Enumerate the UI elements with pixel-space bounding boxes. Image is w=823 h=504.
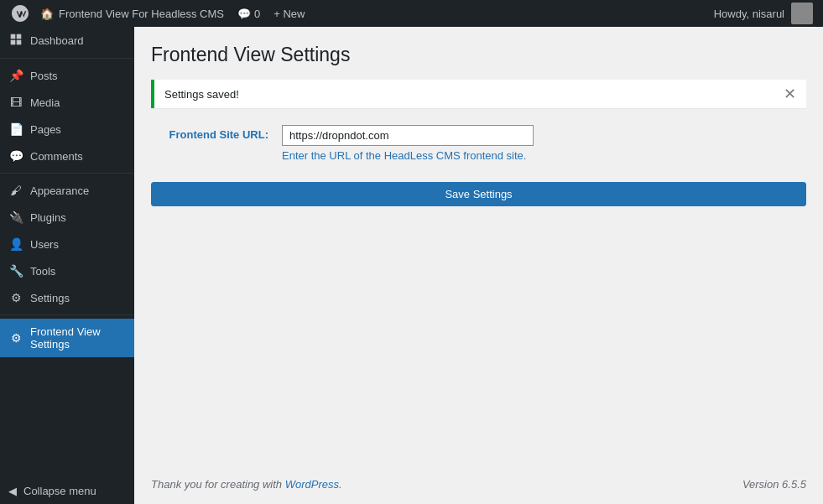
sidebar-item-label: Plugins (30, 211, 66, 224)
version-text: Version 6.5.5 (742, 478, 806, 491)
adminbar-comments[interactable]: 💬 0 (231, 8, 267, 20)
sidebar-item-frontend-view[interactable]: ⚙ Frontend View Settings (0, 319, 134, 357)
url-label: Frontend Site URL: (151, 125, 268, 141)
sidebar-item-label: Appearance (30, 184, 89, 197)
comments-icon: 💬 (237, 8, 251, 20)
comments-count: 0 (254, 8, 260, 20)
sidebar-item-media[interactable]: 🎞 Media (0, 89, 134, 116)
sidebar-item-label: Posts (30, 70, 58, 82)
settings-form: Frontend Site URL: Enter the URL of the … (151, 125, 806, 169)
sidebar-item-label: Settings (30, 292, 70, 304)
url-description: Enter the URL of the HeadLess CMS fronte… (282, 149, 534, 162)
svg-rect-1 (17, 34, 22, 39)
frontend-view-icon: ⚙ (8, 331, 23, 345)
sidebar-item-settings[interactable]: ⚙ Settings (0, 284, 134, 311)
sidebar-item-label: Frontend View Settings (30, 325, 126, 351)
main-layout: Dashboard 📌 Posts 🎞 Media 📄 Pages 💬 Comm… (0, 27, 823, 504)
sidebar-item-appearance[interactable]: 🖌 Appearance (0, 177, 134, 204)
wp-logo[interactable] (7, 0, 34, 27)
svg-rect-3 (17, 40, 22, 45)
page-title: Frontend View Settings (151, 44, 806, 66)
sidebar-item-pages[interactable]: 📄 Pages (0, 116, 134, 143)
sidebar-collapse[interactable]: ◀ Collapse menu (0, 478, 134, 504)
appearance-icon: 🖌 (8, 184, 23, 197)
posts-icon: 📌 (8, 69, 23, 82)
notice-success: Settings saved! ✕ (151, 80, 806, 108)
tools-icon: 🔧 (8, 264, 23, 278)
sidebar-item-plugins[interactable]: 🔌 Plugins (0, 204, 134, 231)
collapse-icon: ◀ (8, 485, 17, 497)
sidebar: Dashboard 📌 Posts 🎞 Media 📄 Pages 💬 Comm… (0, 27, 134, 504)
settings-icon: ⚙ (8, 291, 23, 304)
adminbar-new[interactable]: + New (267, 8, 311, 20)
frontend-url-input[interactable] (282, 125, 534, 146)
sidebar-item-label: Users (30, 238, 59, 251)
home-icon: 🏠 (40, 8, 54, 20)
plugins-icon: 🔌 (8, 210, 23, 224)
form-row-url: Frontend Site URL: Enter the URL of the … (151, 125, 806, 162)
new-label: + New (273, 8, 305, 20)
users-icon: 👤 (8, 237, 23, 251)
adminbar-right: Howdy, nisarul (714, 3, 816, 24)
pages-icon: 📄 (8, 122, 23, 136)
dashboard-icon (8, 34, 23, 48)
comments-icon: 💬 (8, 149, 23, 163)
media-icon: 🎞 (8, 96, 23, 109)
user-avatar[interactable] (791, 3, 813, 24)
svg-rect-2 (11, 40, 16, 45)
thank-you-text: Thank you for creating with (151, 478, 285, 491)
adminbar-site-name: Frontend View For Headless CMS (59, 8, 224, 20)
adminbar-site-link[interactable]: 🏠 Frontend View For Headless CMS (34, 8, 231, 20)
content-footer: Thank you for creating with WordPress. V… (151, 465, 806, 504)
sidebar-item-label: Tools (30, 265, 55, 278)
sidebar-item-comments[interactable]: 💬 Comments (0, 143, 134, 169)
sidebar-item-label: Media (30, 96, 60, 109)
sidebar-item-label: Dashboard (30, 34, 84, 47)
admin-bar: 🏠 Frontend View For Headless CMS 💬 0 + N… (0, 0, 823, 27)
sidebar-item-dashboard[interactable]: Dashboard (0, 27, 134, 55)
url-field-wrap: Enter the URL of the HeadLess CMS fronte… (282, 125, 534, 162)
sidebar-item-users[interactable]: 👤 Users (0, 231, 134, 257)
save-settings-button[interactable]: Save Settings (151, 182, 806, 206)
howdy-text: Howdy, nisarul (714, 8, 784, 20)
sidebar-separator-3 (0, 314, 134, 315)
sidebar-item-posts[interactable]: 📌 Posts (0, 62, 134, 89)
notice-text: Settings saved! (164, 88, 239, 101)
wordpress-link[interactable]: WordPress (285, 478, 339, 491)
svg-rect-0 (11, 34, 16, 39)
sidebar-item-label: Comments (30, 150, 83, 163)
notice-dismiss-button[interactable]: ✕ (784, 86, 796, 101)
sidebar-item-tools[interactable]: 🔧 Tools (0, 257, 134, 284)
content-area: Frontend View Settings Settings saved! ✕… (134, 27, 823, 504)
collapse-label: Collapse menu (23, 485, 96, 497)
sidebar-item-label: Pages (30, 123, 61, 136)
footer-text: Thank you for creating with WordPress. (151, 478, 342, 491)
sidebar-separator-2 (0, 173, 134, 174)
sidebar-separator-1 (0, 58, 134, 59)
